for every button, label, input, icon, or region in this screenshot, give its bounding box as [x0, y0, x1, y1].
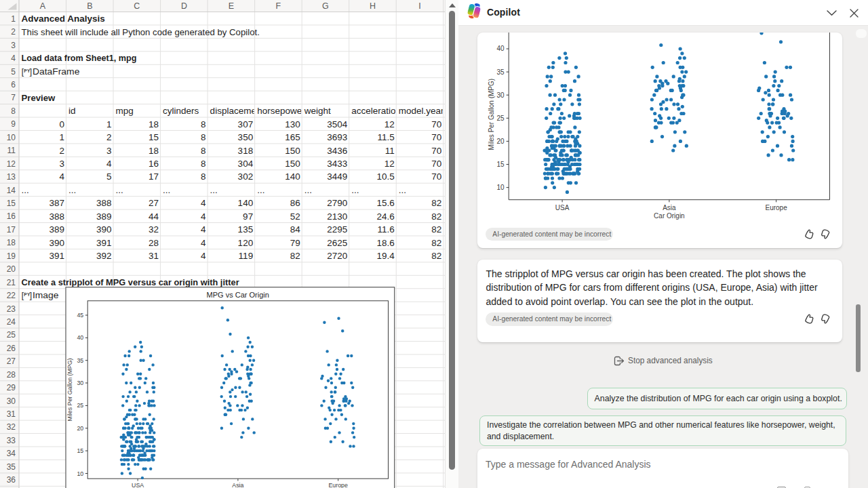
svg-text:8: 8	[11, 106, 16, 116]
svg-text:...: ...	[22, 185, 29, 195]
svg-text:82: 82	[290, 251, 300, 261]
svg-text:24: 24	[7, 317, 16, 327]
svg-text:31: 31	[7, 409, 16, 419]
svg-text:4: 4	[201, 198, 206, 208]
svg-text:23: 23	[7, 304, 16, 314]
svg-text:18: 18	[7, 238, 16, 247]
svg-text:20: 20	[77, 425, 83, 432]
svg-text:4: 4	[106, 159, 112, 169]
svg-text:52: 52	[290, 211, 300, 222]
svg-text:Image: Image	[33, 290, 59, 300]
svg-text:36: 36	[7, 475, 16, 485]
svg-text:I: I	[418, 1, 420, 11]
svg-text:weight: weight	[304, 106, 331, 116]
svg-text:3449: 3449	[327, 171, 347, 182]
svg-text:Miles Per Gallon (MPG): Miles Per Gallon (MPG)	[487, 79, 494, 150]
svg-text:10: 10	[496, 184, 505, 191]
svg-text:318: 318	[238, 146, 254, 156]
svg-text:4: 4	[201, 238, 206, 248]
svg-text:70: 70	[431, 159, 441, 169]
svg-text:86: 86	[290, 198, 300, 208]
svg-text:140: 140	[285, 171, 300, 182]
svg-text:E: E	[229, 1, 234, 11]
svg-text:5: 5	[106, 171, 112, 182]
svg-text:79: 79	[290, 238, 300, 248]
svg-text:22: 22	[7, 291, 16, 300]
svg-text:Europe: Europe	[765, 204, 787, 211]
svg-text:33: 33	[7, 436, 16, 445]
svg-text:70: 70	[431, 132, 441, 142]
svg-text:mpg: mpg	[116, 106, 134, 116]
svg-text:82: 82	[431, 211, 441, 222]
svg-text:...: ...	[163, 185, 170, 195]
svg-text:Asia: Asia	[232, 482, 243, 488]
svg-text:...: ...	[351, 185, 359, 195]
svg-text:27: 27	[149, 198, 159, 208]
svg-text:4: 4	[201, 224, 206, 235]
svg-text:G: G	[322, 1, 329, 11]
svg-text:15: 15	[7, 199, 16, 208]
svg-text:id: id	[68, 106, 76, 116]
svg-text:10: 10	[7, 133, 16, 142]
svg-text:392: 392	[96, 251, 112, 261]
svg-text:cylinders: cylinders	[163, 106, 199, 116]
svg-text:10: 10	[77, 470, 83, 477]
svg-text:165: 165	[285, 132, 300, 142]
svg-text:20: 20	[496, 138, 505, 145]
svg-text:12: 12	[384, 159, 395, 169]
svg-text:30: 30	[496, 92, 505, 99]
svg-text:USA: USA	[132, 482, 144, 488]
svg-text:307: 307	[238, 119, 254, 129]
svg-text:11: 11	[385, 146, 395, 156]
svg-text:391: 391	[96, 238, 112, 248]
svg-text:16: 16	[149, 159, 159, 169]
svg-text:2625: 2625	[327, 238, 347, 248]
svg-text:2720: 2720	[327, 251, 347, 261]
svg-text:D: D	[181, 1, 187, 11]
svg-text:4: 4	[201, 211, 206, 222]
svg-text:DataFrame: DataFrame	[33, 66, 79, 77]
svg-text:15: 15	[149, 132, 159, 142]
svg-text:4: 4	[201, 251, 206, 261]
svg-text:25: 25	[496, 115, 505, 122]
svg-text:17: 17	[7, 225, 16, 235]
svg-text:Load data from Sheet1, mpg: Load data from Sheet1, mpg	[22, 53, 137, 63]
svg-text:7: 7	[11, 93, 16, 102]
svg-text:389: 389	[96, 211, 112, 222]
svg-text:Create a stripplot of MPG vers: Create a stripplot of MPG versus car ori…	[22, 277, 239, 287]
svg-text:8: 8	[201, 159, 206, 169]
svg-text:29: 29	[7, 383, 16, 392]
svg-text:16: 16	[7, 211, 16, 221]
svg-text:15.6: 15.6	[376, 198, 394, 208]
svg-text:8: 8	[201, 146, 206, 156]
svg-text:3: 3	[11, 41, 16, 50]
svg-text:28: 28	[149, 238, 159, 248]
svg-text:35: 35	[77, 357, 83, 364]
svg-text:82: 82	[431, 224, 441, 235]
svg-text:11.5: 11.5	[377, 132, 394, 142]
svg-text:3693: 3693	[327, 132, 347, 142]
svg-text:1: 1	[60, 132, 65, 142]
svg-text:82: 82	[431, 198, 441, 208]
svg-text:389: 389	[49, 224, 64, 235]
svg-text:Advanced Analysis: Advanced Analysis	[22, 14, 105, 24]
svg-text:...: ...	[68, 185, 76, 195]
svg-text:4: 4	[11, 54, 16, 63]
svg-text:12: 12	[7, 159, 16, 169]
svg-text:...: ...	[304, 185, 312, 195]
svg-text:12: 12	[384, 119, 395, 129]
svg-text:8: 8	[201, 132, 206, 142]
svg-text:2: 2	[60, 146, 65, 156]
svg-text:18: 18	[149, 119, 159, 129]
svg-text:32: 32	[7, 422, 16, 432]
svg-text:350: 350	[238, 132, 254, 142]
svg-text:390: 390	[96, 224, 112, 235]
svg-text:3: 3	[106, 146, 112, 156]
svg-text:302: 302	[238, 171, 254, 182]
svg-text:1: 1	[11, 14, 16, 24]
svg-text:32: 32	[149, 224, 159, 235]
svg-text:84: 84	[290, 224, 301, 235]
svg-text:390: 390	[49, 238, 64, 248]
svg-text:70: 70	[431, 146, 441, 156]
svg-text:24.6: 24.6	[376, 211, 394, 222]
